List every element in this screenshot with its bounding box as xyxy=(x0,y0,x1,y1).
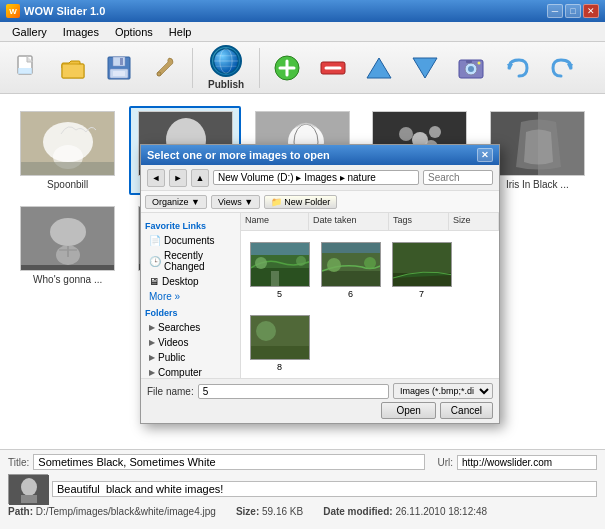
minus-icon xyxy=(319,54,347,82)
svg-rect-68 xyxy=(271,271,279,287)
svg-point-74 xyxy=(327,258,341,272)
publish-button[interactable]: Publish xyxy=(199,40,253,95)
gallery-label-6: Who's gonna ... xyxy=(20,274,115,285)
undo-button[interactable] xyxy=(496,46,538,90)
menu-bar: Gallery Images Options Help xyxy=(0,22,605,42)
wrench-icon xyxy=(151,54,179,82)
gallery-thumb-1 xyxy=(20,111,115,176)
svg-rect-9 xyxy=(113,71,125,76)
views-button[interactable]: Views ▼ xyxy=(211,195,260,209)
dialog-close-button[interactable]: ✕ xyxy=(477,148,493,162)
gallery-item-6[interactable]: Who's gonna ... xyxy=(12,201,123,290)
dialog-title-bar: Select one or more images to open ✕ xyxy=(141,145,499,165)
svg-marker-22 xyxy=(413,58,437,78)
save-disk-icon xyxy=(105,54,133,82)
svg-point-69 xyxy=(255,257,267,269)
sidebar-documents[interactable]: 📄Documents xyxy=(145,233,236,248)
status-area: Title: Url: Path: D:/Temp/images/black&w… xyxy=(0,449,605,529)
dialog-forward-button[interactable]: ► xyxy=(169,169,187,187)
menu-gallery[interactable]: Gallery xyxy=(4,25,55,39)
status-info xyxy=(52,481,597,497)
dialog-toolbar: Organize ▼ Views ▼ 📁New Folder xyxy=(141,191,499,213)
svg-point-25 xyxy=(468,66,474,72)
redo-button[interactable] xyxy=(542,46,584,90)
sidebar-searches[interactable]: ▶ Searches xyxy=(145,320,236,335)
svg-rect-33 xyxy=(21,162,115,176)
col-name[interactable]: Name xyxy=(241,213,309,230)
publish-label: Publish xyxy=(208,79,244,90)
menu-options[interactable]: Options xyxy=(107,25,161,39)
url-input[interactable] xyxy=(457,455,597,470)
photo-button[interactable] xyxy=(450,46,492,90)
save-button[interactable] xyxy=(98,46,140,90)
svg-rect-84 xyxy=(21,495,37,503)
file-dialog: Select one or more images to open ✕ ◄ ► … xyxy=(140,144,500,424)
svg-point-83 xyxy=(21,478,37,496)
file-type-select[interactable]: Images (*.bmp;*.dib;*.jpg;*.j xyxy=(393,383,493,399)
col-tags[interactable]: Tags xyxy=(389,213,449,230)
status-thumb xyxy=(8,474,48,504)
remove-button[interactable] xyxy=(312,46,354,90)
open-folder-icon xyxy=(59,54,87,82)
dialog-back-button[interactable]: ◄ xyxy=(147,169,165,187)
menu-images[interactable]: Images xyxy=(55,25,107,39)
new-button[interactable] xyxy=(6,46,48,90)
sidebar-recently-changed[interactable]: 🕒Recently Changed xyxy=(145,248,236,274)
dialog-cancel-button[interactable]: Cancel xyxy=(440,402,493,419)
file-thumb-5 xyxy=(250,242,310,287)
file-thumb-7 xyxy=(392,242,452,287)
file-label-8: 8 xyxy=(277,362,282,372)
dialog-up-button[interactable]: ▲ xyxy=(191,169,209,187)
add-button[interactable] xyxy=(266,46,308,90)
svg-rect-2 xyxy=(18,68,32,74)
svg-point-44 xyxy=(399,127,413,141)
open-button[interactable] xyxy=(52,46,94,90)
new-folder-button[interactable]: 📁New Folder xyxy=(264,195,337,209)
col-date-taken[interactable]: Date taken xyxy=(309,213,389,230)
organize-button[interactable]: Organize ▼ xyxy=(145,195,207,209)
maximize-button[interactable]: □ xyxy=(565,4,581,18)
date-label: Date modified: 26.11.2010 18:12:48 xyxy=(323,506,487,517)
file-thumb-8 xyxy=(250,315,310,360)
column-headers: Name Date taken Tags Size xyxy=(241,213,499,231)
app-icon: W xyxy=(6,4,20,18)
svg-rect-6 xyxy=(113,57,125,66)
svg-rect-81 xyxy=(251,346,310,360)
dialog-search-input[interactable] xyxy=(423,170,493,185)
svg-point-70 xyxy=(296,256,306,266)
dialog-file-6[interactable]: 6 xyxy=(318,237,383,304)
sidebar-videos[interactable]: ▶ Videos xyxy=(145,335,236,350)
description-input[interactable] xyxy=(52,481,597,497)
svg-point-75 xyxy=(364,257,376,269)
dialog-file-7[interactable]: 7 xyxy=(389,237,454,304)
dialog-open-button[interactable]: Open xyxy=(381,402,435,419)
gallery-label-5: Iris In Black ... xyxy=(490,179,585,190)
dialog-file-8[interactable]: 8 xyxy=(247,310,312,377)
file-name-input[interactable] xyxy=(198,384,389,399)
sidebar-computer[interactable]: ▶ Computer xyxy=(145,365,236,378)
address-path[interactable]: New Volume (D:) ▸ Images ▸ nature xyxy=(213,170,419,185)
dialog-address-bar: ◄ ► ▲ New Volume (D:) ▸ Images ▸ nature xyxy=(141,165,499,191)
svg-point-80 xyxy=(256,321,276,341)
minimize-button[interactable]: ─ xyxy=(547,4,563,18)
svg-point-52 xyxy=(50,218,86,246)
dialog-file-5[interactable]: 5 xyxy=(247,237,312,304)
redo-icon xyxy=(549,54,577,82)
sidebar-public[interactable]: ▶ Public xyxy=(145,350,236,365)
new-folder-icon: 📁 xyxy=(271,197,282,207)
file-thumb-6 xyxy=(321,242,381,287)
sidebar-desktop[interactable]: 🖥Desktop xyxy=(145,274,236,289)
title-input[interactable] xyxy=(33,454,425,470)
svg-point-45 xyxy=(429,126,441,138)
toolbar-separator-1 xyxy=(192,48,193,88)
move-up-button[interactable] xyxy=(358,46,400,90)
settings-button[interactable] xyxy=(144,46,186,90)
menu-help[interactable]: Help xyxy=(161,25,200,39)
svg-marker-21 xyxy=(367,58,391,78)
new-doc-icon xyxy=(13,54,41,82)
sidebar-more[interactable]: More » xyxy=(145,289,236,304)
gallery-item-1[interactable]: Spoonbill xyxy=(12,106,123,195)
close-button[interactable]: ✕ xyxy=(583,4,599,18)
move-down-button[interactable] xyxy=(404,46,446,90)
col-size[interactable]: Size xyxy=(449,213,499,230)
